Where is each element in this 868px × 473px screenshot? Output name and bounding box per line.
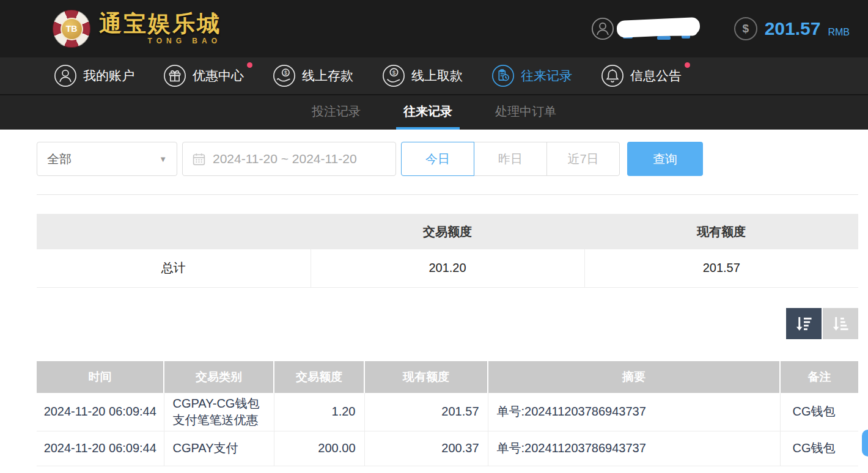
floating-helper-widget[interactable] <box>862 430 868 457</box>
summary-col-blank <box>37 214 311 249</box>
filter-bar: 全部 ▼ 2024-11-20 ~ 2024-11-20 今日 昨日 近7日 查… <box>37 142 868 176</box>
user-menu[interactable] <box>591 17 694 40</box>
quick-range-last7-button[interactable]: 近7日 <box>546 142 620 176</box>
user-circle-icon <box>54 64 77 87</box>
cell-balance: 201.57 <box>364 393 488 431</box>
calendar-icon <box>191 152 207 167</box>
summary-col-current-balance: 现有额度 <box>584 214 858 249</box>
summary-trade-total: 201.20 <box>311 249 584 287</box>
svg-text:$: $ <box>392 69 396 76</box>
query-button[interactable]: 查询 <box>627 142 703 176</box>
section-divider <box>37 194 858 195</box>
clipboard-clock-icon <box>491 64 515 87</box>
col-header-balance: 现有额度 <box>364 361 488 393</box>
username-fragment <box>657 36 671 40</box>
gift-icon <box>163 64 186 87</box>
col-header-summary: 摘要 <box>488 361 780 393</box>
summary-table: 交易额度 现有额度 总计 201.20 201.57 <box>37 214 858 288</box>
chevron-down-icon: ▼ <box>159 155 167 164</box>
cell-balance: 200.37 <box>364 431 488 466</box>
dollar-icon: $ <box>734 17 757 40</box>
date-range-value: 2024-11-20 ~ 2024-11-20 <box>213 152 357 166</box>
user-avatar-icon <box>591 17 614 40</box>
col-header-time: 时间 <box>37 361 164 393</box>
nav-label: 优惠中心 <box>193 67 244 84</box>
brand-title: 通宝娱乐城 <box>99 12 221 35</box>
col-header-amount: 交易额度 <box>274 361 364 393</box>
brand-subtitle: TONG BAO <box>99 37 221 45</box>
balance-currency: RMB <box>828 27 850 38</box>
header-right: $ 201.57 RMB <box>591 17 850 40</box>
nav-item-transaction-records[interactable]: 往来记录 <box>491 64 572 87</box>
balance-display: $ 201.57 RMB <box>734 17 850 40</box>
nav-label: 线上存款 <box>302 67 353 84</box>
hand-coin-icon: $ <box>273 64 296 87</box>
summary-header-row: 交易额度 现有额度 <box>37 214 858 249</box>
summary-col-trade-amount: 交易额度 <box>311 214 584 249</box>
notification-badge-dot <box>247 62 252 68</box>
table-row: 2024-11-20 06:09:44 CGPAY支付 200.00 200.3… <box>37 431 858 466</box>
records-table: 时间 交易类别 交易额度 现有额度 摘要 备注 2024-11-20 06:09… <box>37 361 858 466</box>
nav-item-withdrawal[interactable]: $ 线上取款 <box>382 64 463 87</box>
cell-amount: 1.20 <box>274 393 364 431</box>
quick-range-today-button[interactable]: 今日 <box>401 142 474 176</box>
quick-range-yesterday-button[interactable]: 昨日 <box>474 142 547 176</box>
nav-item-deposit[interactable]: $ 线上存款 <box>273 64 353 87</box>
svg-text:$: $ <box>284 70 287 76</box>
page-root: TB 通宝娱乐城 TONG BAO <box>0 0 868 466</box>
nav-item-announcements[interactable]: 信息公告 <box>601 64 682 87</box>
cell-type: CGPAY支付 <box>164 431 274 466</box>
redaction-scribble <box>616 17 700 38</box>
notification-badge-dot <box>685 62 690 68</box>
cell-summary: 单号:202411203786943737 <box>488 431 780 466</box>
cell-note: CG钱包 <box>780 393 858 431</box>
nav-label: 我的账户 <box>83 67 134 84</box>
nav-label: 往来记录 <box>521 67 572 84</box>
brand-logo[interactable]: TB 通宝娱乐城 TONG BAO <box>53 10 221 48</box>
cell-amount: 200.00 <box>274 431 364 466</box>
quick-range-group: 今日 昨日 近7日 <box>401 142 620 176</box>
summary-balance-total: 201.57 <box>584 249 858 287</box>
tab-betting-records[interactable]: 投注记录 <box>304 95 368 130</box>
records-header-row: 时间 交易类别 交易额度 现有额度 摘要 备注 <box>37 361 858 393</box>
table-row: 2024-11-20 06:09:44 CGPAY-CG钱包支付笔笔送优惠 1.… <box>37 393 858 431</box>
sort-ascending-button[interactable] <box>823 308 858 339</box>
hand-dollar-icon: $ <box>382 64 405 87</box>
cell-summary: 单号:202411203786943737 <box>488 393 780 431</box>
cell-time: 2024-11-20 06:09:44 <box>37 431 164 466</box>
nav-label: 线上取款 <box>411 67 463 84</box>
casino-chip-icon: TB <box>53 10 90 48</box>
summary-total-row: 总计 201.20 201.57 <box>37 249 858 287</box>
bell-icon <box>601 64 624 87</box>
tab-label: 往来记录 <box>403 103 452 120</box>
nav-label: 信息公告 <box>630 67 682 84</box>
type-select[interactable]: 全部 ▼ <box>37 142 177 176</box>
chip-monogram: TB <box>61 18 83 40</box>
sort-descending-button[interactable] <box>786 308 822 339</box>
cell-time: 2024-11-20 06:09:44 <box>37 393 164 431</box>
nav-item-promotions[interactable]: 优惠中心 <box>163 64 244 87</box>
col-header-type: 交易类别 <box>164 361 274 393</box>
tab-label: 处理中订单 <box>495 103 556 120</box>
summary-total-label: 总计 <box>37 249 311 287</box>
type-select-value: 全部 <box>47 151 72 167</box>
sub-tab-bar: 投注记录 往来记录 处理中订单 <box>0 95 868 130</box>
col-header-note: 备注 <box>780 361 858 393</box>
tab-transaction-records[interactable]: 往来记录 <box>396 95 460 130</box>
main-nav: 我的账户 优惠中心 $ <box>0 57 868 95</box>
top-header: TB 通宝娱乐城 TONG BAO <box>0 0 868 57</box>
tab-label: 投注记录 <box>312 103 361 120</box>
nav-item-my-account[interactable]: 我的账户 <box>54 64 134 87</box>
sort-controls <box>37 308 858 339</box>
balance-amount: 201.57 <box>765 18 821 39</box>
date-range-picker[interactable]: 2024-11-20 ~ 2024-11-20 <box>182 142 396 176</box>
brand-text: 通宝娱乐城 TONG BAO <box>99 12 221 45</box>
username-redacted <box>620 18 694 39</box>
tab-processing-orders[interactable]: 处理中订单 <box>488 95 564 130</box>
cell-note: CG钱包 <box>780 431 858 466</box>
cell-type: CGPAY-CG钱包支付笔笔送优惠 <box>164 393 274 431</box>
